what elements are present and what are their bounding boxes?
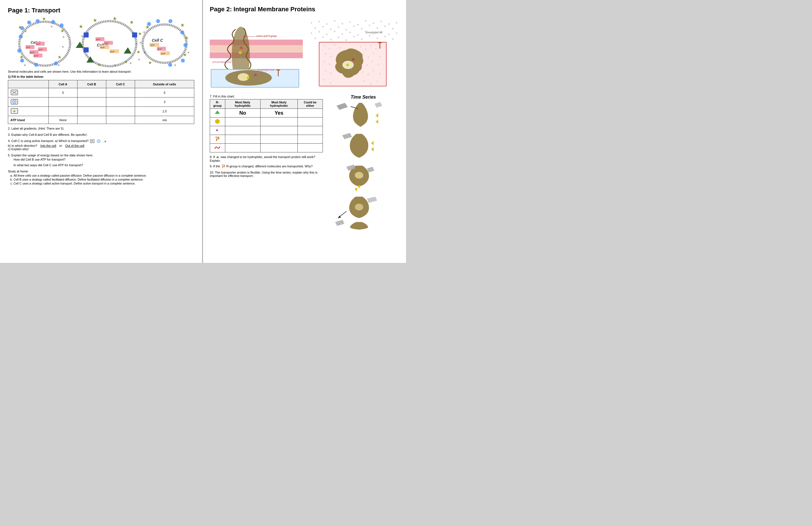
q2-text: 2. Label all gradients. (Hint: There are… <box>8 127 194 130</box>
svg-text:ATP: ATP <box>105 42 109 45</box>
svg-point-76 <box>156 19 160 23</box>
rg-hydrophobic-purple <box>260 126 298 135</box>
svg-point-106 <box>240 56 242 58</box>
svg-point-18 <box>17 49 21 53</box>
svg-point-141 <box>384 25 386 27</box>
svg-point-163 <box>376 37 378 39</box>
cell-c-x <box>106 88 135 97</box>
rg-hydrophobic-yellow <box>260 118 298 126</box>
table-row-x: 5 5 <box>8 88 194 97</box>
svg-point-177 <box>325 53 326 55</box>
page-right: Page 2: Integral Membrane Proteins <box>203 0 406 263</box>
rg-col-1: Most likely hydrophilic <box>225 100 260 109</box>
q5-line2: How did Cell B use ATP for transport? <box>14 158 194 161</box>
q8-text: 8. If was changed to be hydrophilic, wou… <box>210 155 323 162</box>
svg-text:✕: ✕ <box>144 51 146 54</box>
svg-marker-213 <box>374 102 382 108</box>
svg-point-159 <box>345 40 347 41</box>
table-row-circle: 3 <box>8 97 194 107</box>
svg-point-176 <box>381 46 382 48</box>
svg-point-179 <box>362 54 364 55</box>
svg-point-136 <box>345 29 347 31</box>
svg-point-178 <box>330 56 332 57</box>
svg-rect-35 <box>84 32 89 37</box>
fill-table: Cell A Cell B Cell C Outside of cells 5 <box>8 80 194 124</box>
svg-point-78 <box>180 30 184 34</box>
rg-col-2: Most likely hydrophobic <box>260 100 298 109</box>
svg-point-170 <box>334 44 335 46</box>
study-header: Study at home: <box>8 170 194 173</box>
svg-text:★: ★ <box>104 139 107 144</box>
rg-row-yellow <box>210 118 323 126</box>
page-right-title: Page 2: Integral Membrane Proteins <box>210 6 399 13</box>
study-block: Study at home: All three cells use a str… <box>8 170 194 185</box>
svg-text:★: ★ <box>148 60 152 65</box>
q10-text: 10. The transporter protein is flexible.… <box>210 171 323 178</box>
svg-point-191 <box>362 71 364 73</box>
q4a-text: 4. Cell C is using active transport. a) … <box>8 139 194 143</box>
svg-point-173 <box>365 49 366 50</box>
svg-point-145 <box>326 34 328 35</box>
svg-point-126 <box>357 24 359 26</box>
svg-point-169 <box>329 48 330 49</box>
svg-point-134 <box>330 28 332 30</box>
row-icon-x <box>8 88 49 97</box>
svg-marker-222 <box>358 185 360 189</box>
rg-icon-purple: ✦ <box>210 126 225 135</box>
svg-point-156 <box>322 36 324 38</box>
svg-marker-223 <box>355 188 358 192</box>
svg-point-196 <box>330 82 332 84</box>
outside-x: 5 <box>135 88 194 97</box>
svg-point-127 <box>365 20 366 22</box>
svg-text:✕: ✕ <box>114 64 116 67</box>
svg-point-144 <box>318 31 320 33</box>
svg-text:ADP: ADP <box>150 44 155 46</box>
cell-c-atp <box>106 116 135 124</box>
chart-questions: 7. Fill in this chart: R-group Most like… <box>210 95 323 232</box>
svg-text:★: ★ <box>42 16 46 21</box>
svg-point-162 <box>369 35 371 36</box>
svg-text:ATP: ATP <box>158 48 162 50</box>
svg-marker-228 <box>335 220 344 226</box>
rg-row-purple: ✦ <box>210 126 323 135</box>
cell-a-star <box>49 107 77 116</box>
membrane-right-diagram: phospholipid tail <box>306 16 399 92</box>
svg-point-148 <box>349 32 351 33</box>
svg-point-155 <box>314 37 316 39</box>
atp-label: ATP Used <box>8 116 49 124</box>
svg-text:★: ★ <box>185 35 189 40</box>
svg-point-203 <box>350 68 352 70</box>
svg-point-140 <box>376 27 378 29</box>
svg-point-157 <box>330 39 332 41</box>
q4b-row: b) In which direction? Into the cell or … <box>8 144 194 147</box>
svg-point-132 <box>314 27 316 29</box>
svg-text:★: ★ <box>113 16 117 21</box>
svg-point-160 <box>353 36 355 37</box>
svg-text:✕: ✕ <box>58 64 60 67</box>
svg-point-149 <box>357 34 359 36</box>
bottom-questions: 8. If was changed to be hydrophilic, wou… <box>210 155 323 178</box>
svg-point-165 <box>392 38 394 40</box>
rg-icon-red <box>210 144 225 152</box>
svg-point-175 <box>375 48 377 49</box>
svg-marker-218 <box>371 147 374 152</box>
svg-text:★: ★ <box>93 17 97 23</box>
svg-marker-206 <box>215 110 220 114</box>
svg-text:✕: ✕ <box>50 25 53 28</box>
svg-text:✕: ✕ <box>187 51 189 54</box>
svg-point-137 <box>353 25 355 27</box>
svg-point-130 <box>388 24 390 25</box>
svg-point-197 <box>364 80 365 82</box>
svg-point-123 <box>334 20 335 22</box>
svg-marker-217 <box>371 141 374 145</box>
table-row-atp: ATP Used None n/a <box>8 116 194 124</box>
rg-hydrophilic-purple <box>225 126 260 135</box>
svg-text:✕: ✕ <box>129 62 132 65</box>
svg-point-186 <box>366 64 368 66</box>
svg-point-139 <box>369 25 371 26</box>
svg-point-17 <box>19 35 23 39</box>
rg-col-0: R-group <box>210 100 225 109</box>
svg-point-184 <box>329 63 330 65</box>
svg-point-154 <box>396 32 397 34</box>
q5-line3: In what two ways did Cell C use ATP for … <box>14 163 194 167</box>
